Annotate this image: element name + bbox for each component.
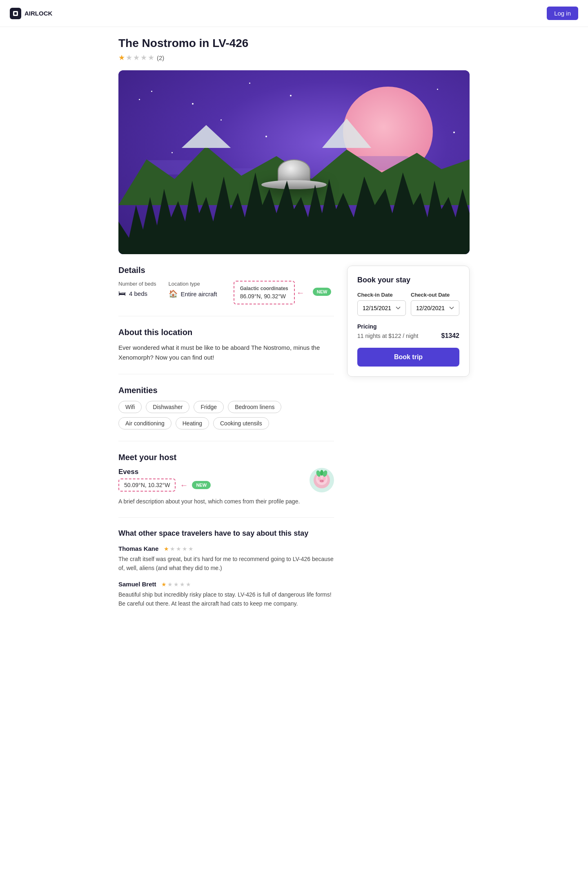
amenity-dishwasher: Dishwasher [146,401,189,413]
review-header-2: Samuel Brett ★ ★ ★ ★ ★ [118,581,334,588]
reviewer-name-2: Samuel Brett [118,581,156,588]
star-dot [220,119,222,121]
amenity-air-conditioning: Air conditioning [118,417,172,429]
checkout-field: Check-out Date 12/20/2021 [411,292,459,316]
reviews-section: What other space travelers have to say a… [118,529,334,628]
review-item-1: Thomas Kane ★ ★ ★ ★ ★ The craft itself w… [118,545,334,572]
star-dot [249,83,250,84]
review-star-empty: ★ [174,581,179,588]
hero-image [118,70,470,254]
coordinates-label: Galactic coordinates [240,286,288,291]
review-star-empty: ★ [176,546,181,552]
location-type-detail: Location type 🏠 Entire aircraft [169,281,229,298]
location-type-value-row: 🏠 Entire aircraft [169,289,217,298]
amenity-cooking-utensils: Cooking utensils [213,417,269,429]
hero-artwork [118,70,470,254]
coordinates-box: Galactic coordinates 86.09°N, 90.32°W [234,281,295,304]
svg-point-8 [322,481,323,482]
star-dot [151,91,152,92]
star-dot [139,99,140,100]
review-star-empty: ★ [180,581,185,588]
amenities-section: Amenities Wifi Dishwasher Fridge Bedroom… [118,386,334,441]
pricing-nights: 11 nights at $122 / night [357,333,418,339]
star-2: ★ [126,53,132,62]
host-title: Meet your host [118,453,334,462]
star-1: ★ [118,53,125,62]
amenities-list: Wifi Dishwasher Fridge Bedroom linens Ai… [118,401,334,429]
host-new-badge: NEW [192,481,211,489]
review-star-empty: ★ [188,546,194,552]
about-section: About this location Ever wondered what i… [118,328,334,374]
booking-title: Book your stay [357,276,459,284]
review-text-2: Beautiful ship but incredibly risky plac… [118,590,334,608]
rating-row: ★ ★ ★ ★ ★ (2) [118,53,470,62]
pricing-section: Pricing 11 nights at $122 / night $1342 [357,323,459,340]
location-type-value: Entire aircraft [181,291,217,297]
reviewer-name-1: Thomas Kane [118,545,158,552]
logo: AIRLOCK [10,8,52,19]
ship-dome [278,159,310,182]
review-stars-2: ★ ★ ★ ★ ★ [161,581,191,588]
details-title: Details [118,266,334,275]
about-title: About this location [118,328,334,337]
review-header-1: Thomas Kane ★ ★ ★ ★ ★ [118,545,334,552]
ship-saucer [261,180,327,189]
host-coord-wrap: 50.09°N, 10.32°W ← NEW [118,478,211,492]
star-dot [172,152,173,153]
new-badge: NEW [313,288,332,296]
logo-icon [10,8,21,19]
arrow-icon: ← [296,288,305,297]
host-avatar-image [311,470,332,491]
amenity-fridge: Fridge [194,401,224,413]
details-section: Details Number of beds 🛏 4 beds Location… [118,266,334,316]
checkout-select[interactable]: 12/20/2021 [411,300,459,316]
coordinates-value: 86.09°N, 90.32°W [240,293,288,300]
review-star-filled: ★ [161,581,167,588]
checkin-field: Check-in Date 12/15/2021 [357,292,406,316]
beds-detail: Number of beds 🛏 4 beds [118,281,169,298]
host-description: A brief description about your host, whi… [118,497,334,506]
pricing-row: 11 nights at $122 / night $1342 [357,332,459,340]
left-column: Details Number of beds 🛏 4 beds Location… [118,266,334,639]
host-left: Evess 50.09°N, 10.32°W ← NEW [118,468,211,492]
page-content: The Nostromo in LV-426 ★ ★ ★ ★ ★ (2) [110,27,478,664]
logo-text: AIRLOCK [24,10,52,17]
checkout-label: Check-out Date [411,292,459,298]
review-stars-1: ★ ★ ★ ★ ★ [164,546,194,552]
checkin-select[interactable]: 12/15/2021 [357,300,406,316]
book-trip-button[interactable]: Book trip [357,348,459,367]
star-3: ★ [133,53,140,62]
spaceship [261,159,327,191]
listing-title: The Nostromo in LV-426 [118,37,470,50]
pricing-label: Pricing [357,323,459,330]
star-dot [453,132,455,133]
host-section: Meet your host Evess 50.09°N, 10.32°W ← … [118,453,334,518]
star-dot [437,89,438,90]
about-text: Ever wondered what it must be like to be… [118,343,334,362]
review-star-empty: ★ [182,546,187,552]
date-row: Check-in Date 12/15/2021 Check-out Date … [357,292,459,316]
star-dot [192,103,194,105]
host-arrow-icon: ← [180,481,188,490]
home-icon: 🏠 [169,289,178,298]
review-star-empty: ★ [186,581,191,588]
amenities-title: Amenities [118,386,334,395]
content-grid: Details Number of beds 🛏 4 beds Location… [118,266,470,639]
review-star-filled: ★ [164,546,169,552]
svg-point-6 [319,479,324,483]
rating-stars: ★ ★ ★ ★ ★ [118,53,154,62]
svg-rect-1 [14,12,17,15]
amenity-bedroom-linens: Bedroom linens [228,401,281,413]
review-star-empty: ★ [170,546,175,552]
star-5: ★ [148,53,154,62]
host-avatar [310,468,334,492]
navbar: AIRLOCK Log in [0,0,588,27]
coordinates-detail: Galactic coordinates 86.09°N, 90.32°W ← … [229,281,344,304]
checkin-label: Check-in Date [357,292,406,298]
amenity-wifi: Wifi [118,401,142,413]
details-grid: Number of beds 🛏 4 beds Location type 🏠 … [118,281,334,304]
review-text-1: The craft itself was great, but it's har… [118,555,334,572]
svg-point-7 [321,481,322,482]
login-button[interactable]: Log in [547,7,578,20]
host-name: Evess [118,468,211,476]
